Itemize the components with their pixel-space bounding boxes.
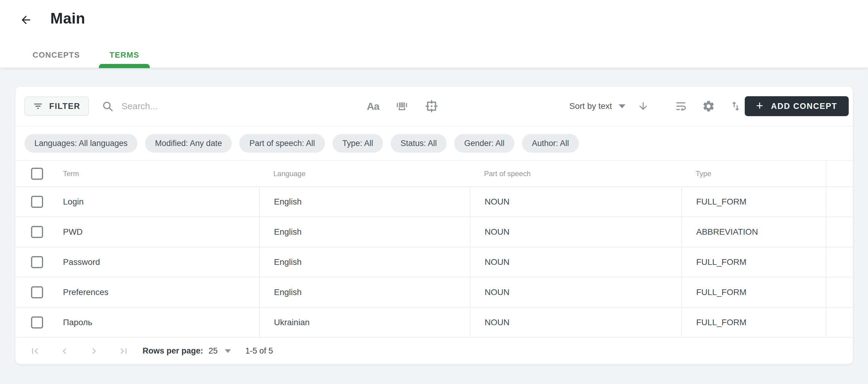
chip-modified[interactable]: Modified: Any date bbox=[145, 134, 232, 153]
term-cell: Preferences bbox=[63, 288, 108, 297]
page-title: Main bbox=[50, 10, 85, 27]
term-cell: Login bbox=[63, 197, 84, 207]
tab-concepts[interactable]: CONCEPTS bbox=[22, 41, 90, 68]
row-spacer-cell bbox=[826, 187, 853, 216]
column-header-term: Term bbox=[63, 170, 79, 178]
back-button[interactable] bbox=[19, 13, 33, 27]
language-cell: English bbox=[259, 187, 470, 216]
pos-cell: NOUN bbox=[470, 308, 681, 337]
search-input[interactable] bbox=[121, 101, 308, 111]
filter-button-label: FILTER bbox=[49, 102, 80, 111]
chip-gender[interactable]: Gender: All bbox=[454, 134, 515, 153]
sort-by-select[interactable]: Sort by text bbox=[569, 101, 612, 111]
terms-panel: FILTER Aa bbox=[16, 87, 853, 364]
pos-cell: NOUN bbox=[470, 217, 681, 247]
column-header-spacer bbox=[826, 161, 853, 186]
rows-per-page-caret-icon[interactable] bbox=[225, 349, 231, 353]
column-header-language: Language bbox=[259, 170, 470, 178]
view-option-icons bbox=[674, 99, 742, 113]
table-row[interactable]: Password English NOUN FULL_FORM bbox=[16, 247, 853, 277]
whole-word-button[interactable] bbox=[395, 99, 409, 113]
table-row[interactable]: Пароль Ukrainian NOUN FULL_FORM bbox=[16, 307, 853, 337]
match-case-button[interactable]: Aa bbox=[367, 100, 379, 112]
search-box bbox=[101, 100, 308, 112]
type-cell: FULL_FORM bbox=[681, 277, 826, 307]
toolbar: FILTER Aa bbox=[16, 87, 853, 126]
search-option-icons: Aa bbox=[367, 99, 439, 113]
language-cell: Ukrainian bbox=[259, 308, 470, 337]
pagination-bar: Rows per page: 25 1-5 of 5 bbox=[16, 337, 853, 364]
add-concept-button[interactable]: + ADD CONCEPT bbox=[745, 96, 849, 116]
language-cell: English bbox=[259, 247, 470, 277]
type-cell: FULL_FORM bbox=[681, 247, 826, 277]
select-all-checkbox[interactable] bbox=[31, 168, 43, 180]
pagination-range: 1-5 of 5 bbox=[245, 346, 273, 356]
row-checkbox[interactable] bbox=[31, 196, 43, 208]
exact-selection-button[interactable] bbox=[424, 99, 439, 113]
filter-funnel-icon bbox=[33, 101, 43, 111]
app-header: Main CONCEPTS TERMS bbox=[0, 0, 868, 68]
add-concept-label: ADD CONCEPT bbox=[771, 102, 837, 111]
row-checkbox[interactable] bbox=[31, 286, 43, 298]
row-spacer-cell bbox=[826, 308, 853, 337]
first-page-button[interactable] bbox=[29, 345, 41, 357]
column-header-type: Type bbox=[681, 170, 826, 178]
settings-gear-button[interactable] bbox=[702, 99, 715, 113]
term-cell: Password bbox=[63, 257, 100, 267]
table-row[interactable]: Preferences English NOUN FULL_FORM bbox=[16, 277, 853, 307]
pos-cell: NOUN bbox=[470, 277, 681, 307]
sort-caret-icon[interactable] bbox=[619, 105, 625, 108]
table-row[interactable]: Login English NOUN FULL_FORM bbox=[16, 186, 853, 216]
type-cell: FULL_FORM bbox=[681, 308, 826, 337]
swap-vertical-button[interactable] bbox=[730, 100, 742, 112]
sort-direction-button[interactable] bbox=[638, 100, 649, 112]
pos-cell: NOUN bbox=[470, 247, 681, 277]
chip-part-of-speech[interactable]: Part of speech: All bbox=[239, 134, 325, 153]
type-cell: ABBREVIATION bbox=[681, 217, 826, 247]
pos-cell: NOUN bbox=[470, 187, 681, 216]
plus-icon: + bbox=[756, 99, 764, 113]
tab-bar: CONCEPTS TERMS bbox=[22, 41, 150, 68]
row-checkbox[interactable] bbox=[31, 256, 43, 268]
table-header: Term Language Part of speech Type bbox=[16, 161, 853, 186]
language-cell: English bbox=[259, 217, 470, 247]
rows-per-page-select[interactable]: 25 bbox=[209, 346, 218, 356]
row-checkbox[interactable] bbox=[31, 226, 43, 238]
last-page-button[interactable] bbox=[118, 345, 129, 357]
row-spacer-cell bbox=[826, 277, 853, 307]
term-cell: PWD bbox=[63, 227, 83, 237]
type-cell: FULL_FORM bbox=[681, 187, 826, 216]
sort-cluster: Sort by text bbox=[569, 100, 649, 112]
wrap-text-button[interactable] bbox=[674, 99, 687, 113]
previous-page-button[interactable] bbox=[59, 345, 70, 357]
tab-terms[interactable]: TERMS bbox=[99, 41, 150, 68]
filter-button[interactable]: FILTER bbox=[24, 96, 89, 116]
language-cell: English bbox=[259, 277, 470, 307]
rows-per-page-label: Rows per page: bbox=[143, 346, 203, 356]
row-spacer-cell bbox=[826, 247, 853, 277]
row-spacer-cell bbox=[826, 217, 853, 247]
row-checkbox[interactable] bbox=[31, 317, 43, 328]
search-icon bbox=[101, 100, 114, 112]
back-arrow-icon bbox=[20, 13, 32, 26]
chip-type[interactable]: Type: All bbox=[333, 134, 383, 153]
filter-chips-row: Languages: All languages Modified: Any d… bbox=[16, 126, 853, 161]
chip-author[interactable]: Author: All bbox=[522, 134, 579, 153]
table-row[interactable]: PWD English NOUN ABBREVIATION bbox=[16, 216, 853, 247]
chip-status[interactable]: Status: All bbox=[391, 134, 447, 153]
chip-languages[interactable]: Languages: All languages bbox=[24, 134, 137, 153]
term-cell: Пароль bbox=[63, 318, 92, 327]
column-header-pos: Part of speech bbox=[470, 170, 681, 178]
next-page-button[interactable] bbox=[88, 345, 100, 357]
